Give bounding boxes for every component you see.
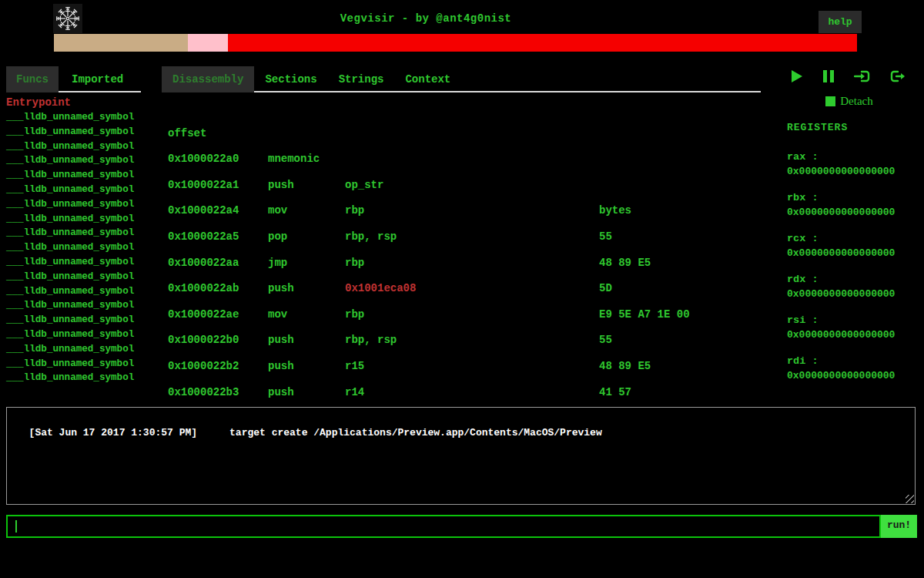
- tab-disassembly[interactable]: Disassembly: [162, 66, 254, 92]
- tab-imported[interactable]: Imported: [59, 66, 133, 92]
- register-value: 0x0000000000000000: [787, 205, 918, 220]
- register-name: rbx :: [787, 190, 918, 205]
- list-item-symbol[interactable]: ___lldb_unnamed_symbol: [6, 110, 149, 125]
- register-name: rcx :: [787, 231, 918, 246]
- cell-bytes: 41 57: [599, 380, 631, 406]
- list-item-symbol[interactable]: ___lldb_unnamed_symbol: [6, 328, 149, 342]
- list-item-entrypoint[interactable]: Entrypoint: [6, 96, 149, 110]
- console-timestamp: [Sat Jun 17 2017 1:30:57 PM]: [29, 427, 197, 439]
- table-row: 0x1000022ae push r15 41 57: [168, 276, 761, 302]
- register-value: 0x0000000000000000: [787, 164, 918, 179]
- registers-heading: REGISTERS: [787, 120, 918, 135]
- register-rax: rax : 0x0000000000000000: [787, 150, 918, 179]
- register-name: rdi :: [787, 354, 918, 368]
- list-item-symbol[interactable]: ___lldb_unnamed_symbol: [6, 313, 149, 328]
- list-item-symbol[interactable]: ___lldb_unnamed_symbol: [6, 371, 149, 385]
- memory-map-segment-pink: [188, 34, 228, 52]
- register-value: 0x0000000000000000: [787, 368, 918, 383]
- table-row: 0x1000022ab mov rbp, rsp 48 89 E5: [168, 250, 761, 277]
- register-value: 0x0000000000000000: [787, 287, 918, 301]
- cell-op-str: r14: [345, 380, 364, 406]
- detach-checkbox[interactable]: [825, 96, 835, 106]
- list-item-symbol[interactable]: ___lldb_unnamed_symbol: [6, 357, 149, 371]
- register-rcx: rcx : 0x0000000000000000: [787, 231, 918, 260]
- register-rdi: rdi : 0x0000000000000000: [787, 354, 918, 383]
- list-item-symbol[interactable]: ___lldb_unnamed_symbol: [6, 139, 149, 154]
- list-item-symbol[interactable]: ___lldb_unnamed_symbol: [6, 226, 149, 240]
- page-title: Vegvisir - by @ant4g0nist: [0, 12, 852, 25]
- pause-icon[interactable]: [822, 69, 835, 83]
- command-input[interactable]: [6, 515, 881, 538]
- memory-map-segment-red: [228, 34, 857, 52]
- list-item-symbol[interactable]: ___lldb_unnamed_symbol: [6, 168, 149, 183]
- play-icon[interactable]: [790, 69, 803, 83]
- tab-funcs[interactable]: Funcs: [6, 66, 59, 92]
- table-row: 0x1000022aa push rbp 55: [168, 224, 761, 250]
- registers-panel: REGISTERS rax : 0x0000000000000000 rbx :…: [787, 120, 918, 395]
- register-rsi: rsi : 0x0000000000000000: [787, 313, 918, 342]
- table-row: 0x1000022b2 push rbx 53: [168, 328, 761, 354]
- register-name: rax :: [787, 150, 918, 164]
- list-item-symbol[interactable]: ___lldb_unnamed_symbol: [6, 342, 149, 357]
- list-item-symbol[interactable]: ___lldb_unnamed_symbol: [6, 284, 149, 299]
- register-rbx: rbx : 0x0000000000000000: [787, 190, 918, 220]
- register-value: 0x0000000000000000: [787, 328, 918, 342]
- list-item-symbol[interactable]: ___lldb_unnamed_symbol: [6, 197, 149, 212]
- sign-in-icon[interactable]: [854, 69, 870, 83]
- memory-map-bar: [54, 34, 857, 52]
- tab-sections[interactable]: Sections: [254, 66, 327, 92]
- tab-context[interactable]: Context: [394, 66, 461, 92]
- table-row: 0x1000022a5 jmp 0x1001eca08 E9 5E A7 1E …: [168, 198, 761, 224]
- register-name: rdx :: [787, 272, 918, 287]
- table-row: 0x1000022a0 push rbp 55: [168, 121, 761, 147]
- function-list: Entrypoint ___lldb_unnamed_symbol ___lld…: [6, 96, 149, 385]
- list-item-symbol[interactable]: ___lldb_unnamed_symbol: [6, 153, 149, 168]
- list-item-symbol[interactable]: ___lldb_unnamed_symbol: [6, 270, 149, 284]
- cell-mnemonic: push: [268, 380, 294, 406]
- run-button[interactable]: run!: [881, 515, 917, 538]
- list-item-symbol[interactable]: ___lldb_unnamed_symbol: [6, 125, 149, 139]
- console-message: target create /Applications/Preview.app/…: [229, 427, 602, 439]
- register-rdx: rdx : 0x0000000000000000: [787, 272, 918, 301]
- register-value: 0x0000000000000000: [787, 246, 918, 260]
- cell-offset: 0x1000022b3: [168, 380, 239, 406]
- help-button[interactable]: help: [819, 11, 862, 33]
- list-item-symbol[interactable]: ___lldb_unnamed_symbol: [6, 183, 149, 197]
- table-row: 0x1000022a1 mov rbp, rsp 48 89 E5: [168, 146, 761, 173]
- memory-map-segment-tan: [54, 34, 188, 52]
- sign-out-icon[interactable]: [889, 69, 906, 83]
- table-row: 0x1000022b3 sub rsp, 0x18 48 83 EC 18: [168, 354, 761, 380]
- detach-option: Detach: [785, 94, 913, 108]
- list-item-symbol[interactable]: ___lldb_unnamed_symbol: [6, 212, 149, 227]
- table-row: 0x1000022a4 pop rbp 5D: [168, 173, 761, 199]
- list-item-symbol[interactable]: ___lldb_unnamed_symbol: [6, 298, 149, 313]
- sidebar-tabs: Funcs Imported: [6, 66, 141, 92]
- debug-controls: [790, 68, 906, 85]
- table-row: 0x1000022b0 push r14 41 56: [168, 302, 761, 328]
- list-item-symbol[interactable]: ___lldb_unnamed_symbol: [6, 255, 149, 270]
- console-output[interactable]: [Sat Jun 17 2017 1:30:57 PM]target creat…: [6, 407, 916, 505]
- detach-label: Detach: [840, 95, 872, 108]
- disassembly-table: offset mnemonic op_str bytes 0x1000022a0…: [168, 95, 761, 380]
- tab-strings[interactable]: Strings: [328, 66, 395, 92]
- list-item-symbol[interactable]: ___lldb_unnamed_symbol: [6, 240, 149, 255]
- register-name: rsi :: [787, 313, 918, 328]
- main-tabs: Disassembly Sections Strings Context: [162, 66, 761, 92]
- disassembly-header-row: offset mnemonic op_str bytes: [168, 95, 761, 121]
